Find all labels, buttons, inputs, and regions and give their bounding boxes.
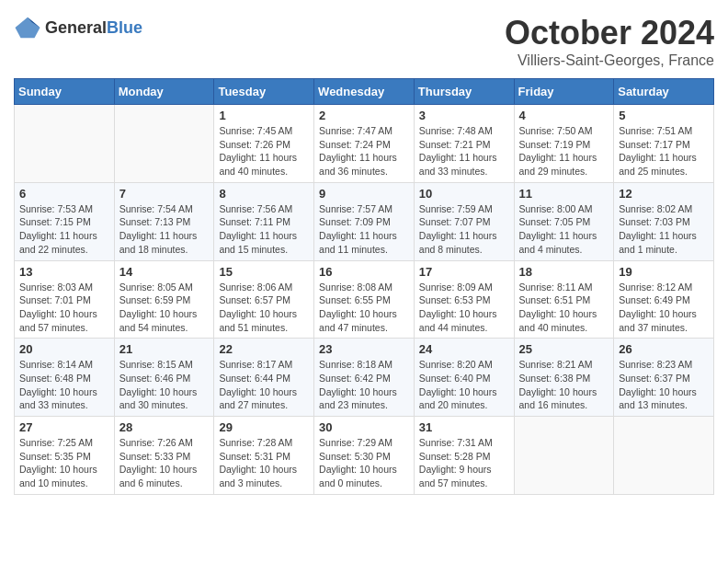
calendar-cell: 28Sunrise: 7:26 AMSunset: 5:33 PMDayligh… (114, 417, 214, 495)
calendar-cell: 25Sunrise: 8:21 AMSunset: 6:38 PMDayligh… (514, 339, 614, 417)
day-number: 27 (19, 420, 109, 434)
calendar-cell: 16Sunrise: 8:08 AMSunset: 6:55 PMDayligh… (314, 260, 415, 339)
day-number: 19 (619, 265, 709, 279)
weekday-header-thursday: Thursday (414, 79, 514, 105)
day-number: 7 (119, 187, 210, 201)
day-number: 11 (519, 187, 609, 201)
day-info: Sunrise: 8:18 AMSunset: 6:42 PMDaylight:… (319, 358, 409, 412)
weekday-header-row: SundayMondayTuesdayWednesdayThursdayFrid… (15, 79, 714, 105)
weekday-header-sunday: Sunday (15, 79, 115, 105)
calendar-cell: 27Sunrise: 7:25 AMSunset: 5:35 PMDayligh… (15, 417, 115, 495)
calendar-cell: 24Sunrise: 8:20 AMSunset: 6:40 PMDayligh… (414, 339, 514, 417)
calendar-cell: 14Sunrise: 8:05 AMSunset: 6:59 PMDayligh… (114, 260, 214, 339)
day-info: Sunrise: 7:25 AMSunset: 5:35 PMDaylight:… (19, 436, 109, 490)
location-title: Villiers-Saint-Georges, France (505, 52, 714, 69)
day-number: 10 (419, 187, 509, 201)
day-info: Sunrise: 8:05 AMSunset: 6:59 PMDaylight:… (119, 281, 210, 335)
day-number: 26 (619, 342, 709, 356)
calendar-cell: 23Sunrise: 8:18 AMSunset: 6:42 PMDayligh… (314, 339, 415, 417)
calendar-week-3: 13Sunrise: 8:03 AMSunset: 7:01 PMDayligh… (15, 260, 714, 339)
day-number: 2 (319, 109, 409, 122)
day-number: 21 (119, 342, 210, 356)
calendar-week-4: 20Sunrise: 8:14 AMSunset: 6:48 PMDayligh… (15, 339, 714, 417)
day-number: 17 (419, 265, 509, 279)
calendar-cell: 2Sunrise: 7:47 AMSunset: 7:24 PMDaylight… (314, 105, 415, 183)
day-info: Sunrise: 7:45 AMSunset: 7:26 PMDaylight:… (219, 124, 309, 178)
title-block: October 2024 Villiers-Saint-Georges, Fra… (505, 14, 714, 69)
day-info: Sunrise: 7:31 AMSunset: 5:28 PMDaylight:… (419, 436, 509, 490)
weekday-header-saturday: Saturday (614, 79, 714, 105)
svg-marker-0 (16, 17, 40, 39)
logo-icon (14, 14, 41, 41)
day-number: 3 (419, 109, 509, 122)
day-info: Sunrise: 7:26 AMSunset: 5:33 PMDaylight:… (119, 436, 210, 490)
day-info: Sunrise: 8:21 AMSunset: 6:38 PMDaylight:… (519, 358, 609, 412)
page-header: GeneralBlue October 2024 Villiers-Saint-… (14, 14, 714, 69)
day-number: 23 (319, 342, 409, 356)
day-number: 15 (219, 265, 309, 279)
logo: GeneralBlue (14, 14, 142, 41)
calendar-cell: 19Sunrise: 8:12 AMSunset: 6:49 PMDayligh… (614, 260, 714, 339)
day-info: Sunrise: 7:50 AMSunset: 7:19 PMDaylight:… (519, 124, 609, 178)
day-number: 8 (219, 187, 309, 201)
day-info: Sunrise: 7:53 AMSunset: 7:15 PMDaylight:… (19, 202, 109, 257)
day-info: Sunrise: 8:02 AMSunset: 7:03 PMDaylight:… (619, 202, 709, 257)
calendar-cell: 7Sunrise: 7:54 AMSunset: 7:13 PMDaylight… (114, 182, 214, 260)
calendar-cell: 11Sunrise: 8:00 AMSunset: 7:05 PMDayligh… (514, 182, 614, 260)
day-number: 12 (619, 187, 709, 201)
day-number: 25 (519, 342, 609, 356)
day-number: 1 (219, 109, 309, 122)
day-info: Sunrise: 8:09 AMSunset: 6:53 PMDaylight:… (419, 281, 509, 335)
calendar-cell: 10Sunrise: 7:59 AMSunset: 7:07 PMDayligh… (414, 182, 514, 260)
day-info: Sunrise: 7:28 AMSunset: 5:31 PMDaylight:… (219, 436, 309, 490)
day-info: Sunrise: 7:51 AMSunset: 7:17 PMDaylight:… (619, 124, 709, 178)
calendar-cell: 26Sunrise: 8:23 AMSunset: 6:37 PMDayligh… (614, 339, 714, 417)
calendar-cell: 4Sunrise: 7:50 AMSunset: 7:19 PMDaylight… (514, 105, 614, 183)
day-number: 29 (219, 420, 309, 434)
calendar-cell: 13Sunrise: 8:03 AMSunset: 7:01 PMDayligh… (15, 260, 115, 339)
day-info: Sunrise: 8:12 AMSunset: 6:49 PMDaylight:… (619, 281, 709, 335)
calendar-cell (114, 105, 214, 183)
day-info: Sunrise: 7:57 AMSunset: 7:09 PMDaylight:… (319, 202, 409, 257)
day-number: 22 (219, 342, 309, 356)
calendar-cell (614, 417, 714, 495)
calendar-cell: 20Sunrise: 8:14 AMSunset: 6:48 PMDayligh… (15, 339, 115, 417)
month-title: October 2024 (505, 14, 714, 52)
weekday-header-friday: Friday (514, 79, 614, 105)
day-info: Sunrise: 8:00 AMSunset: 7:05 PMDaylight:… (519, 202, 609, 257)
calendar-cell: 5Sunrise: 7:51 AMSunset: 7:17 PMDaylight… (614, 105, 714, 183)
calendar-cell: 22Sunrise: 8:17 AMSunset: 6:44 PMDayligh… (214, 339, 314, 417)
day-info: Sunrise: 8:11 AMSunset: 6:51 PMDaylight:… (519, 281, 609, 335)
calendar-cell (514, 417, 614, 495)
day-number: 4 (519, 109, 609, 122)
logo-text: GeneralBlue (45, 18, 142, 38)
calendar-cell: 17Sunrise: 8:09 AMSunset: 6:53 PMDayligh… (414, 260, 514, 339)
day-number: 24 (419, 342, 509, 356)
day-info: Sunrise: 8:15 AMSunset: 6:46 PMDaylight:… (119, 358, 210, 412)
day-info: Sunrise: 7:48 AMSunset: 7:21 PMDaylight:… (419, 124, 509, 178)
calendar-cell: 1Sunrise: 7:45 AMSunset: 7:26 PMDaylight… (214, 105, 314, 183)
calendar-cell: 6Sunrise: 7:53 AMSunset: 7:15 PMDaylight… (15, 182, 115, 260)
day-info: Sunrise: 8:08 AMSunset: 6:55 PMDaylight:… (319, 281, 409, 335)
day-number: 9 (319, 187, 409, 201)
weekday-header-wednesday: Wednesday (314, 79, 415, 105)
day-info: Sunrise: 7:47 AMSunset: 7:24 PMDaylight:… (319, 124, 409, 178)
day-number: 6 (19, 187, 109, 201)
calendar-cell: 8Sunrise: 7:56 AMSunset: 7:11 PMDaylight… (214, 182, 314, 260)
day-info: Sunrise: 8:06 AMSunset: 6:57 PMDaylight:… (219, 281, 309, 335)
calendar-cell: 12Sunrise: 8:02 AMSunset: 7:03 PMDayligh… (614, 182, 714, 260)
logo-general: General (45, 18, 107, 37)
day-info: Sunrise: 8:03 AMSunset: 7:01 PMDaylight:… (19, 281, 109, 335)
day-info: Sunrise: 8:14 AMSunset: 6:48 PMDaylight:… (19, 358, 109, 412)
day-info: Sunrise: 7:56 AMSunset: 7:11 PMDaylight:… (219, 202, 309, 257)
day-number: 16 (319, 265, 409, 279)
day-number: 13 (19, 265, 109, 279)
calendar-cell: 18Sunrise: 8:11 AMSunset: 6:51 PMDayligh… (514, 260, 614, 339)
calendar-cell (15, 105, 115, 183)
calendar-week-2: 6Sunrise: 7:53 AMSunset: 7:15 PMDaylight… (15, 182, 714, 260)
day-number: 18 (519, 265, 609, 279)
day-info: Sunrise: 8:23 AMSunset: 6:37 PMDaylight:… (619, 358, 709, 412)
day-number: 31 (419, 420, 509, 434)
calendar-week-1: 1Sunrise: 7:45 AMSunset: 7:26 PMDaylight… (15, 105, 714, 183)
day-number: 28 (119, 420, 210, 434)
